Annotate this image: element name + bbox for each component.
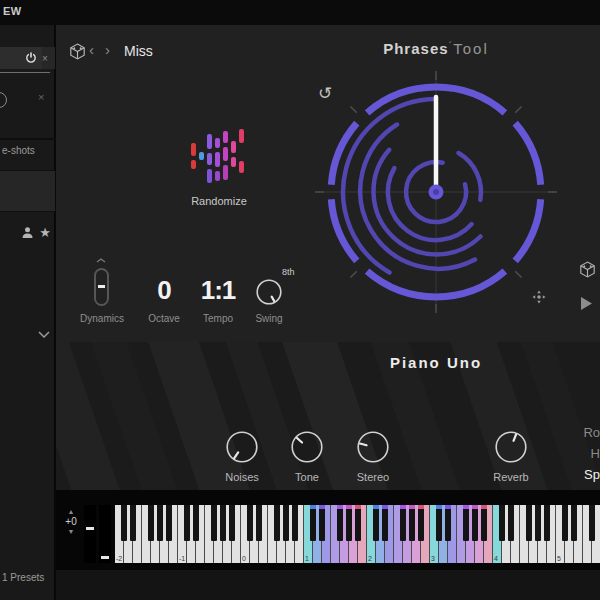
transpose-up-icon[interactable]: ▲ bbox=[60, 508, 82, 516]
phrases-tool-title: Phrases´Tool bbox=[56, 40, 600, 57]
piano-key-black[interactable] bbox=[418, 505, 424, 541]
piano-key-black[interactable] bbox=[256, 505, 262, 541]
preset-dropdown[interactable] bbox=[0, 170, 55, 212]
randomize-bar bbox=[191, 160, 196, 169]
close-icon[interactable]: × bbox=[38, 91, 44, 103]
stereo-label: Stereo bbox=[338, 471, 408, 483]
piano-keyboard[interactable]: -2-1012345 bbox=[115, 505, 600, 563]
octave-label: 0 bbox=[242, 555, 246, 562]
reverb-type[interactable]: Sp bbox=[583, 464, 600, 485]
piano-key-black[interactable] bbox=[346, 505, 352, 541]
randomize-bar bbox=[191, 143, 196, 156]
piano-key-black[interactable] bbox=[571, 505, 577, 541]
piano-key-black[interactable] bbox=[193, 505, 199, 541]
piano-key-black[interactable] bbox=[445, 505, 451, 541]
star-icon[interactable]: ★ bbox=[39, 226, 51, 239]
randomize-bar bbox=[207, 134, 212, 149]
piano-key-black[interactable] bbox=[283, 505, 289, 541]
octave-label: Octave bbox=[134, 313, 194, 324]
noises-knob-group: Noises bbox=[207, 430, 277, 483]
sidebar: × × e-shots ★ 1 Presets bbox=[0, 25, 55, 600]
octave-label: 3 bbox=[431, 555, 435, 562]
piano-key-black[interactable] bbox=[373, 505, 379, 541]
tempo-value[interactable]: 1:1 bbox=[188, 275, 248, 306]
piano-key-black[interactable] bbox=[562, 505, 568, 541]
piano-key-black[interactable] bbox=[184, 505, 190, 541]
noises-label: Noises bbox=[207, 471, 277, 483]
reverb-knob[interactable] bbox=[494, 430, 528, 464]
randomize-bar bbox=[215, 138, 220, 148]
divider bbox=[0, 138, 55, 140]
power-icon-partial[interactable] bbox=[0, 92, 7, 108]
piano-key-black[interactable] bbox=[472, 505, 478, 541]
pitch-wheel[interactable] bbox=[84, 505, 96, 563]
close-button[interactable]: × bbox=[42, 47, 55, 69]
randomize-bar bbox=[223, 147, 228, 161]
octave-value[interactable]: 0 bbox=[134, 275, 194, 306]
category-label[interactable]: e-shots bbox=[2, 145, 35, 156]
position-crosshair-icon[interactable] bbox=[531, 289, 547, 305]
user-icon[interactable] bbox=[21, 226, 34, 239]
top-menu-bar: EW bbox=[0, 0, 600, 25]
piano-key-black[interactable] bbox=[148, 505, 154, 541]
randomize-label: Randomize bbox=[186, 195, 252, 207]
keyboard-panel: ▲ +0 ▼ -2-1012345 bbox=[56, 490, 600, 570]
piano-key-black[interactable] bbox=[319, 505, 325, 541]
piano-key-black[interactable] bbox=[463, 505, 469, 541]
presets-count: 1 Presets bbox=[2, 572, 44, 583]
piano-key-black[interactable] bbox=[481, 505, 487, 541]
chevron-down-icon bbox=[38, 331, 50, 338]
mod-wheel[interactable] bbox=[99, 505, 111, 563]
piano-key-black[interactable] bbox=[436, 505, 442, 541]
piano-key-black[interactable] bbox=[526, 505, 532, 541]
octave-label: 1 bbox=[305, 555, 309, 562]
octave-label: -1 bbox=[179, 555, 185, 562]
dynamics-slider[interactable] bbox=[94, 268, 109, 306]
piano-key-black[interactable] bbox=[499, 505, 505, 541]
piano-key-black[interactable] bbox=[229, 505, 235, 541]
piano-key-black[interactable] bbox=[409, 505, 415, 541]
reverb-label: Reverb bbox=[476, 471, 546, 483]
randomize-bar bbox=[207, 153, 212, 165]
randomize-button[interactable]: Randomize bbox=[186, 123, 252, 213]
reverb-type-list: Ro H Sp bbox=[583, 422, 600, 485]
piano-key-black[interactable] bbox=[247, 505, 253, 541]
octave-label: -2 bbox=[116, 555, 122, 562]
dice-icon[interactable] bbox=[579, 261, 596, 278]
piano-key-black[interactable] bbox=[274, 505, 280, 541]
piano-key-black[interactable] bbox=[508, 505, 514, 541]
piano-key-black[interactable] bbox=[337, 505, 343, 541]
piano-key-black[interactable] bbox=[166, 505, 172, 541]
dynamics-label: Dynamics bbox=[66, 313, 138, 324]
reverb-type[interactable]: Ro bbox=[583, 422, 600, 443]
reverb-type[interactable]: H bbox=[583, 443, 600, 464]
piano-key-black[interactable] bbox=[589, 505, 595, 541]
play-icon[interactable] bbox=[580, 296, 593, 311]
piano-key-black[interactable] bbox=[535, 505, 541, 541]
phrase-radar-display[interactable] bbox=[311, 67, 561, 317]
piano-key-black[interactable] bbox=[121, 505, 127, 541]
swing-knob[interactable] bbox=[255, 278, 283, 306]
noises-knob[interactable] bbox=[225, 430, 259, 464]
power-icon[interactable] bbox=[25, 52, 37, 64]
transpose-down-icon[interactable]: ▼ bbox=[60, 528, 82, 536]
piano-key-black[interactable] bbox=[310, 505, 316, 541]
piano-key-black[interactable] bbox=[211, 505, 217, 541]
piano-key-black[interactable] bbox=[544, 505, 550, 541]
transpose-value[interactable]: +0 bbox=[60, 516, 82, 528]
menu-text[interactable]: EW bbox=[3, 5, 22, 17]
stereo-knob[interactable] bbox=[356, 430, 390, 464]
piano-key-black[interactable] bbox=[382, 505, 388, 541]
piano-key-black[interactable] bbox=[400, 505, 406, 541]
piano-key-black[interactable] bbox=[130, 505, 136, 541]
transpose-control: ▲ +0 ▼ bbox=[60, 508, 82, 536]
piano-key-black[interactable] bbox=[157, 505, 163, 541]
piano-key-black[interactable] bbox=[292, 505, 298, 541]
tone-knob[interactable] bbox=[290, 430, 324, 464]
piano-key-black[interactable] bbox=[220, 505, 226, 541]
bottom-strip bbox=[56, 570, 600, 600]
stereo-knob-group: Stereo bbox=[338, 430, 408, 483]
piano-key-black[interactable] bbox=[355, 505, 361, 541]
dynamics-up-chevron[interactable] bbox=[96, 258, 106, 263]
reverb-knob-group: Reverb bbox=[476, 430, 546, 483]
